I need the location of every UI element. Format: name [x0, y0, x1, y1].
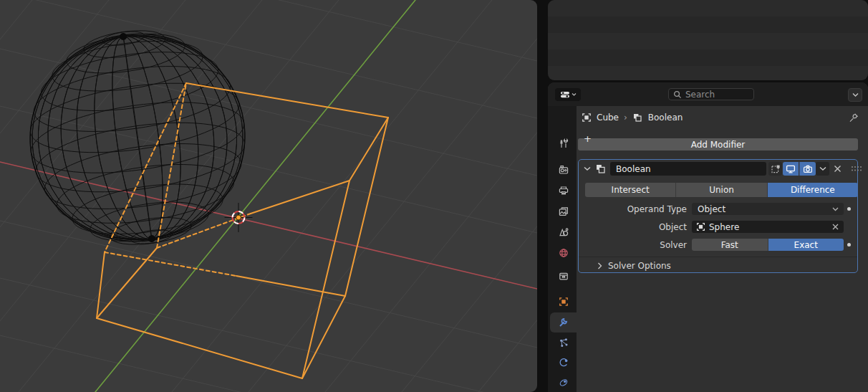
chevron-right-icon: [597, 262, 602, 269]
editor-type-button[interactable]: [555, 88, 581, 101]
render-display-toggle[interactable]: [799, 162, 816, 176]
operand-type-dropdown[interactable]: Object: [692, 203, 844, 215]
boolean-operation-switch: Intersect Union Difference: [585, 183, 858, 197]
add-modifier-label: Add Modifier: [691, 140, 746, 150]
properties-tab-strip: [548, 106, 577, 392]
outliner-panel[interactable]: [548, 0, 868, 80]
viewport-scene: [0, 0, 537, 392]
tab-render-properties[interactable]: [550, 160, 577, 180]
tab-world-properties[interactable]: [550, 243, 577, 263]
tool-icon: [559, 138, 569, 148]
pin-icon[interactable]: [849, 113, 859, 123]
breadcrumb: Cube › Boolean: [582, 112, 683, 123]
clear-object-icon[interactable]: [831, 223, 839, 231]
boolean-modifier-panel: Boolean I: [578, 159, 858, 273]
modifier-stack-icon: [595, 163, 607, 174]
tab-constraint-properties[interactable]: [550, 373, 577, 392]
modifier-stack-icon: [632, 113, 643, 123]
modifier-extras-button[interactable]: [816, 162, 829, 176]
particles-icon: [559, 338, 569, 348]
mesh-object-icon: [696, 222, 705, 231]
search-icon: [673, 90, 682, 99]
breadcrumb-modifier-label[interactable]: Boolean: [648, 113, 683, 123]
blender-window: Search Cube ›: [0, 0, 868, 392]
printer-icon: [559, 186, 569, 196]
animate-dot-operand[interactable]: [847, 207, 851, 211]
object-cube-icon[interactable]: [582, 113, 592, 123]
collection-box-icon: [559, 271, 569, 281]
properties-header: Search: [548, 82, 868, 106]
physics-icon: [559, 358, 569, 368]
drag-handle-icon[interactable]: [851, 166, 862, 172]
chevron-down-icon: [572, 92, 577, 97]
constraints-icon: [559, 378, 569, 388]
operand-type-label: Operand Type: [579, 204, 687, 214]
solver-fast-button[interactable]: Fast: [692, 239, 768, 251]
add-modifier-button[interactable]: + Add Modifier: [578, 138, 858, 150]
render-camera-back-icon: [559, 165, 569, 175]
properties-editor: Search Cube ›: [548, 82, 868, 392]
operation-union-button[interactable]: Union: [676, 183, 767, 197]
solver-options-subpanel-header[interactable]: Solver Options: [597, 259, 671, 272]
edit-mode-icon: [771, 164, 781, 174]
solver-label: Solver: [579, 240, 687, 250]
animate-dot-solver[interactable]: [847, 243, 851, 247]
tab-collection-properties[interactable]: [550, 266, 577, 286]
modifier-name-field[interactable]: Boolean: [610, 162, 766, 176]
chevron-down-icon: [832, 207, 839, 211]
tab-object-properties[interactable]: [550, 292, 577, 312]
expand-chevron-down-icon[interactable]: [584, 166, 591, 171]
properties-sliders-icon: [560, 90, 570, 100]
camera-icon: [803, 164, 813, 174]
object-field[interactable]: Sphere: [692, 221, 844, 233]
monitor-icon: [786, 164, 796, 174]
breadcrumb-object-label[interactable]: Cube: [597, 113, 619, 123]
3d-viewport[interactable]: [0, 0, 537, 392]
solver-exact-button[interactable]: Exact: [768, 239, 844, 251]
wrench-icon: [558, 317, 569, 328]
operand-type-value: Object: [692, 204, 725, 214]
tab-output-properties[interactable]: [550, 181, 577, 201]
tab-tool-properties[interactable]: [550, 133, 577, 153]
tab-particle-properties[interactable]: [550, 333, 577, 353]
object-label: Object: [579, 222, 687, 232]
operation-intersect-button[interactable]: Intersect: [585, 183, 676, 197]
header-menu-button[interactable]: [848, 88, 862, 102]
world-globe-icon: [559, 248, 569, 258]
subpanel-divider: [579, 257, 857, 257]
tab-physics-properties[interactable]: [550, 353, 577, 373]
properties-content: Cube › Boolean + Add Modifier Boolean: [577, 106, 868, 392]
scene-icon: [559, 227, 569, 237]
object-brackets-icon: [559, 297, 569, 307]
modifier-panel-header: Boolean: [579, 160, 857, 178]
close-icon[interactable]: [833, 164, 842, 173]
search-placeholder: Search: [685, 90, 715, 100]
operation-difference-button[interactable]: Difference: [768, 183, 858, 197]
search-input[interactable]: Search: [668, 88, 754, 100]
realtime-display-toggle[interactable]: [783, 162, 799, 176]
tab-view-layer-properties[interactable]: [550, 201, 577, 221]
object-field-value: Sphere: [709, 222, 739, 232]
tab-modifier-properties[interactable]: [550, 312, 577, 333]
layers-image-icon: [559, 206, 569, 216]
tab-scene-properties[interactable]: [550, 222, 577, 242]
breadcrumb-separator: ›: [624, 113, 627, 123]
edit-mode-display-toggle[interactable]: [768, 162, 782, 176]
solver-options-label: Solver Options: [608, 261, 671, 271]
solver-switch: Fast Exact: [692, 239, 844, 251]
